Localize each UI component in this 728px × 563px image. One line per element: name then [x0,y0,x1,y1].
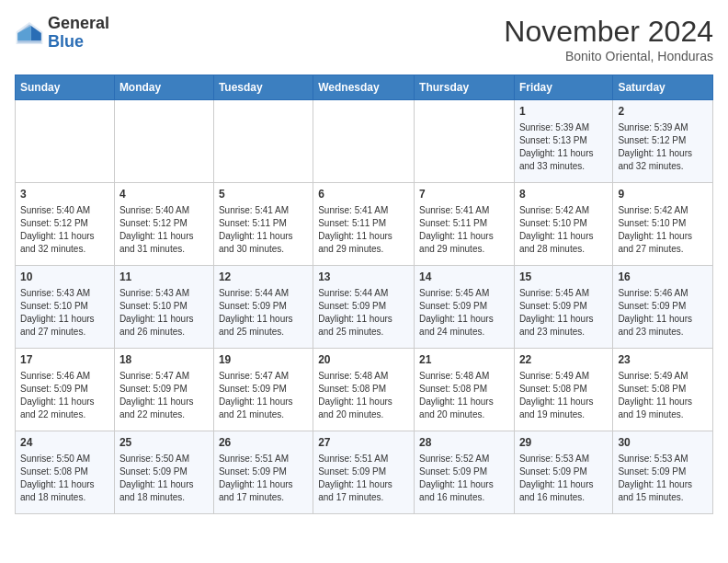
day-cell: 7Sunrise: 5:41 AM Sunset: 5:11 PM Daylig… [415,183,515,266]
day-cell: 30Sunrise: 5:53 AM Sunset: 5:09 PM Dayli… [613,431,713,514]
day-number: 29 [519,435,608,451]
day-info: Sunrise: 5:53 AM Sunset: 5:09 PM Dayligh… [618,453,708,504]
day-number: 17 [20,352,109,368]
day-cell: 23Sunrise: 5:49 AM Sunset: 5:08 PM Dayli… [613,349,713,431]
day-number: 4 [119,187,209,202]
day-cell: 28Sunrise: 5:52 AM Sunset: 5:09 PM Dayli… [415,431,515,514]
day-number: 14 [419,270,509,285]
calendar-table: SundayMondayTuesdayWednesdayThursdayFrid… [15,75,713,514]
day-info: Sunrise: 5:45 AM Sunset: 5:09 PM Dayligh… [419,287,509,339]
day-cell: 13Sunrise: 5:44 AM Sunset: 5:09 PM Dayli… [313,266,415,349]
day-cell: 6Sunrise: 5:41 AM Sunset: 5:11 PM Daylig… [313,183,415,266]
day-cell [213,100,313,183]
day-number: 3 [20,187,109,202]
day-number: 27 [318,435,409,451]
title-area: November 2024 Bonito Oriental, Honduras [504,15,713,63]
day-number: 15 [519,270,608,285]
day-cell: 22Sunrise: 5:49 AM Sunset: 5:08 PM Dayli… [514,349,612,431]
day-info: Sunrise: 5:41 AM Sunset: 5:11 PM Dayligh… [318,204,409,256]
day-cell [313,100,415,183]
day-info: Sunrise: 5:44 AM Sunset: 5:09 PM Dayligh… [219,287,308,339]
logo-line1: General [48,15,109,33]
day-number: 28 [419,435,509,451]
day-cell: 29Sunrise: 5:53 AM Sunset: 5:09 PM Dayli… [514,431,612,514]
day-cell: 11Sunrise: 5:43 AM Sunset: 5:10 PM Dayli… [114,266,213,349]
day-info: Sunrise: 5:50 AM Sunset: 5:08 PM Dayligh… [20,453,109,504]
day-number: 1 [519,104,608,120]
day-number: 11 [119,270,209,285]
day-number: 20 [318,352,409,368]
day-info: Sunrise: 5:41 AM Sunset: 5:11 PM Dayligh… [419,204,509,256]
page-header: General Blue November 2024 Bonito Orient… [15,15,713,63]
day-cell: 18Sunrise: 5:47 AM Sunset: 5:09 PM Dayli… [114,349,213,431]
day-number: 10 [20,270,109,285]
day-number: 24 [20,435,109,451]
col-header-thursday: Thursday [415,75,515,100]
day-info: Sunrise: 5:43 AM Sunset: 5:10 PM Dayligh… [119,287,209,339]
day-cell: 27Sunrise: 5:51 AM Sunset: 5:09 PM Dayli… [313,431,415,514]
day-cell: 10Sunrise: 5:43 AM Sunset: 5:10 PM Dayli… [16,266,115,349]
day-number: 6 [318,187,409,202]
day-info: Sunrise: 5:42 AM Sunset: 5:10 PM Dayligh… [618,204,708,256]
day-number: 19 [219,352,308,368]
day-info: Sunrise: 5:46 AM Sunset: 5:09 PM Dayligh… [20,370,109,421]
col-header-saturday: Saturday [613,75,713,100]
month-title: November 2024 [504,15,713,49]
day-cell: 15Sunrise: 5:45 AM Sunset: 5:09 PM Dayli… [514,266,612,349]
logo-text: General Blue [48,15,109,52]
header-row: SundayMondayTuesdayWednesdayThursdayFrid… [16,75,713,100]
day-info: Sunrise: 5:48 AM Sunset: 5:08 PM Dayligh… [318,370,409,421]
day-cell [114,100,213,183]
col-header-friday: Friday [514,75,612,100]
day-number: 21 [419,352,509,368]
day-cell: 14Sunrise: 5:45 AM Sunset: 5:09 PM Dayli… [415,266,515,349]
logo-icon [15,18,44,48]
day-number: 2 [618,104,708,120]
week-row-1: 1Sunrise: 5:39 AM Sunset: 5:13 PM Daylig… [16,100,713,183]
day-number: 16 [618,270,708,285]
day-info: Sunrise: 5:49 AM Sunset: 5:08 PM Dayligh… [618,370,708,421]
week-row-2: 3Sunrise: 5:40 AM Sunset: 5:12 PM Daylig… [16,183,713,266]
day-cell: 21Sunrise: 5:48 AM Sunset: 5:08 PM Dayli… [415,349,515,431]
day-cell [415,100,515,183]
day-cell: 16Sunrise: 5:46 AM Sunset: 5:09 PM Dayli… [613,266,713,349]
day-number: 18 [119,352,209,368]
day-info: Sunrise: 5:40 AM Sunset: 5:12 PM Dayligh… [20,204,109,256]
day-info: Sunrise: 5:44 AM Sunset: 5:09 PM Dayligh… [318,287,409,339]
col-header-monday: Monday [114,75,213,100]
day-info: Sunrise: 5:51 AM Sunset: 5:09 PM Dayligh… [219,453,308,504]
day-cell: 25Sunrise: 5:50 AM Sunset: 5:09 PM Dayli… [114,431,213,514]
day-cell: 20Sunrise: 5:48 AM Sunset: 5:08 PM Dayli… [313,349,415,431]
logo: General Blue [15,15,109,52]
day-cell: 5Sunrise: 5:41 AM Sunset: 5:11 PM Daylig… [213,183,313,266]
day-info: Sunrise: 5:40 AM Sunset: 5:12 PM Dayligh… [119,204,209,256]
day-number: 26 [219,435,308,451]
day-number: 30 [618,435,708,451]
day-number: 7 [419,187,509,202]
col-header-sunday: Sunday [16,75,115,100]
day-info: Sunrise: 5:50 AM Sunset: 5:09 PM Dayligh… [119,453,209,504]
day-number: 23 [618,352,708,368]
day-number: 22 [519,352,608,368]
day-number: 8 [519,187,608,202]
day-info: Sunrise: 5:51 AM Sunset: 5:09 PM Dayligh… [318,453,409,504]
day-cell: 8Sunrise: 5:42 AM Sunset: 5:10 PM Daylig… [514,183,612,266]
day-number: 12 [219,270,308,285]
day-cell: 12Sunrise: 5:44 AM Sunset: 5:09 PM Dayli… [213,266,313,349]
day-info: Sunrise: 5:42 AM Sunset: 5:10 PM Dayligh… [519,204,608,256]
week-row-4: 17Sunrise: 5:46 AM Sunset: 5:09 PM Dayli… [16,349,713,431]
day-info: Sunrise: 5:52 AM Sunset: 5:09 PM Dayligh… [419,453,509,504]
day-info: Sunrise: 5:47 AM Sunset: 5:09 PM Dayligh… [219,370,308,421]
day-cell: 24Sunrise: 5:50 AM Sunset: 5:08 PM Dayli… [16,431,115,514]
day-number: 13 [318,270,409,285]
day-cell: 9Sunrise: 5:42 AM Sunset: 5:10 PM Daylig… [613,183,713,266]
col-header-tuesday: Tuesday [213,75,313,100]
week-row-5: 24Sunrise: 5:50 AM Sunset: 5:08 PM Dayli… [16,431,713,514]
day-info: Sunrise: 5:47 AM Sunset: 5:09 PM Dayligh… [119,370,209,421]
day-info: Sunrise: 5:39 AM Sunset: 5:13 PM Dayligh… [519,121,608,173]
day-number: 5 [219,187,308,202]
day-cell: 17Sunrise: 5:46 AM Sunset: 5:09 PM Dayli… [16,349,115,431]
day-cell: 3Sunrise: 5:40 AM Sunset: 5:12 PM Daylig… [16,183,115,266]
day-cell: 26Sunrise: 5:51 AM Sunset: 5:09 PM Dayli… [213,431,313,514]
day-number: 9 [618,187,708,202]
